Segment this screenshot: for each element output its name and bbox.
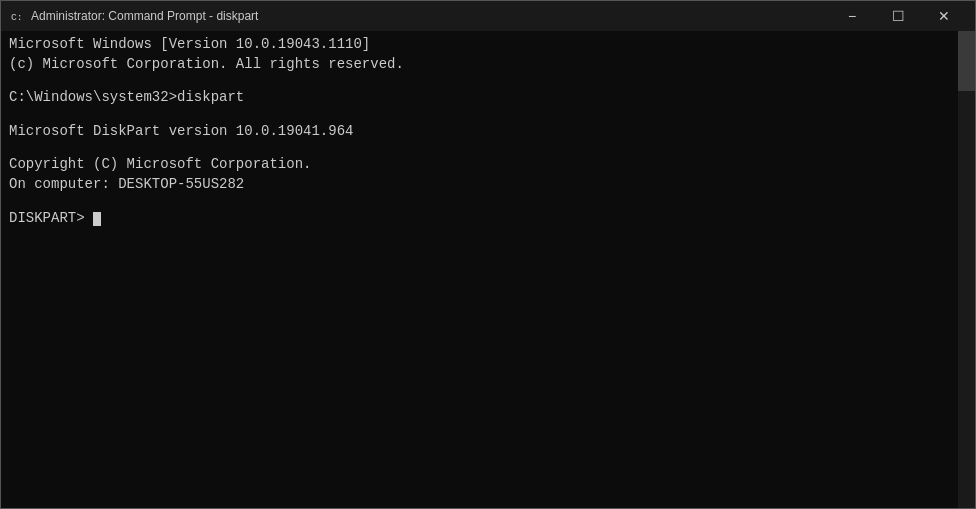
terminal-line-5 bbox=[9, 108, 967, 122]
terminal-line-6: Microsoft DiskPart version 10.0.19041.96… bbox=[9, 122, 967, 142]
terminal-line-3 bbox=[9, 74, 967, 88]
minimize-button[interactable]: − bbox=[829, 1, 875, 31]
terminal-line-1: Microsoft Windows [Version 10.0.19043.11… bbox=[9, 35, 967, 55]
scrollbar[interactable] bbox=[958, 31, 975, 508]
terminal-line-2: (c) Microsoft Corporation. All rights re… bbox=[9, 55, 967, 75]
close-button[interactable]: ✕ bbox=[921, 1, 967, 31]
terminal-line-9: On computer: DESKTOP-55US282 bbox=[9, 175, 967, 195]
terminal-line-8: Copyright (C) Microsoft Corporation. bbox=[9, 155, 967, 175]
scrollbar-thumb[interactable] bbox=[958, 31, 975, 91]
terminal-prompt-line: DISKPART> bbox=[9, 209, 967, 229]
window-controls: − ☐ ✕ bbox=[829, 1, 967, 31]
terminal-body[interactable]: Microsoft Windows [Version 10.0.19043.11… bbox=[1, 31, 975, 508]
terminal-line-4: C:\Windows\system32>diskpart bbox=[9, 88, 967, 108]
title-bar: C: Administrator: Command Prompt - diskp… bbox=[1, 1, 975, 31]
svg-text:C:: C: bbox=[11, 12, 23, 23]
cursor bbox=[93, 212, 101, 226]
terminal-line-10 bbox=[9, 195, 967, 209]
window-title: Administrator: Command Prompt - diskpart bbox=[31, 9, 829, 23]
terminal-line-7 bbox=[9, 141, 967, 155]
maximize-button[interactable]: ☐ bbox=[875, 1, 921, 31]
cmd-icon: C: bbox=[9, 8, 25, 24]
cmd-window: C: Administrator: Command Prompt - diskp… bbox=[0, 0, 976, 509]
